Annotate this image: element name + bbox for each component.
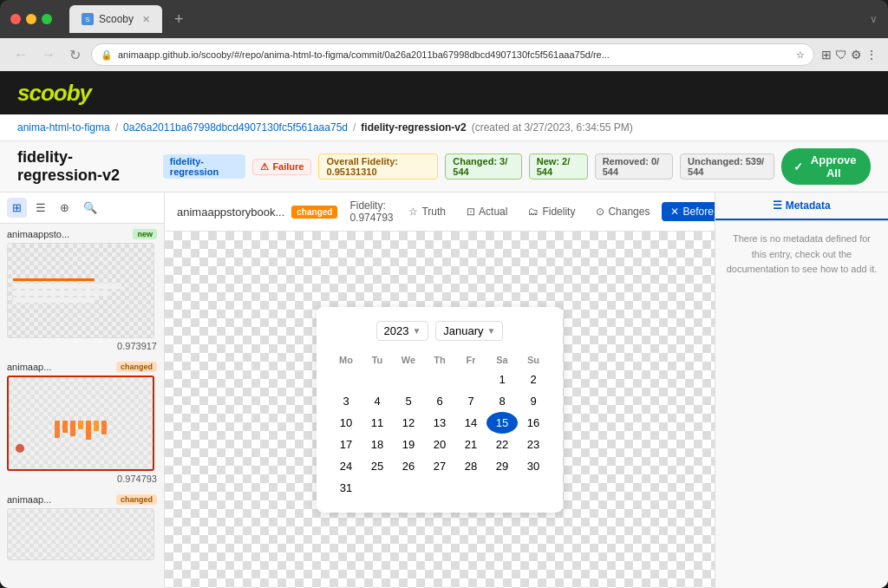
calendar-day[interactable]: 21 (455, 434, 486, 455)
calendar-empty (518, 477, 549, 499)
calendar-day[interactable]: 19 (393, 434, 424, 455)
calendar-day[interactable]: 7 (455, 390, 486, 412)
truth-label: Truth (421, 206, 446, 218)
calendar-day[interactable]: 18 (362, 434, 393, 455)
forward-button[interactable]: → (38, 45, 59, 64)
sidebar-tool-search[interactable]: 🔍 (78, 198, 102, 218)
calendar-header-row: Mo Tu We Th Fr Sa Su (330, 351, 549, 369)
year-dropdown-icon: ▼ (412, 326, 421, 336)
calendar-day[interactable]: 12 (393, 412, 424, 434)
changes-icon: ⊙ (596, 206, 604, 218)
approve-icon: ✓ (793, 160, 803, 173)
breadcrumb-sep-1: / (115, 121, 118, 134)
calendar-day[interactable]: 25 (362, 455, 393, 477)
failure-label: Failure (272, 161, 304, 172)
failure-icon: ⚠ (260, 161, 269, 173)
breadcrumb: anima-html-to-figma / 0a26a2011ba67998db… (0, 114, 888, 141)
before-icon: ✕ (670, 206, 679, 218)
calendar-day[interactable]: 1 (486, 369, 518, 390)
calendar-day[interactable]: 15 (486, 412, 518, 434)
calendar-week-row: 3456789 (330, 390, 549, 412)
calendar-day[interactable]: 10 (330, 412, 362, 434)
tab-bar: S Scooby ✕ + (69, 5, 863, 33)
unchanged-badge: Unchanged: 539/ 544 (680, 154, 774, 180)
sidebar-tool-tree[interactable]: ⊕ (55, 198, 75, 218)
list-item[interactable]: animaappsto... new (0, 224, 164, 356)
calendar-day[interactable]: 6 (424, 390, 455, 412)
actual-tab[interactable]: ⊡ Actual (458, 202, 516, 221)
fidelity-tab[interactable]: 🗂 Fidelity (519, 202, 584, 221)
changes-tab[interactable]: ⊙ Changes (587, 202, 658, 221)
refresh-button[interactable]: ↻ (66, 45, 84, 65)
breadcrumb-link-1[interactable]: anima-html-to-figma (17, 121, 110, 134)
active-tab[interactable]: S Scooby ✕ (69, 5, 162, 33)
calendar-empty (455, 477, 486, 499)
list-item[interactable]: animaap... changed (0, 356, 164, 489)
sidebar-tool-grid[interactable]: ⊞ (7, 198, 27, 218)
minimize-button[interactable] (26, 14, 36, 24)
fidelity-badge: Overall Fidelity: 0.95131310 (318, 154, 438, 180)
calendar-day[interactable]: 14 (455, 412, 486, 434)
month-select[interactable]: January ▼ (435, 321, 503, 341)
calendar-day[interactable]: 5 (393, 390, 424, 412)
fidelity-icon: 🗂 (528, 206, 539, 218)
sidebar-item-name: animaap... (7, 494, 51, 505)
browser-window: S Scooby ✕ + ∨ ← → ↻ 🔒 animaapp.github.i… (0, 0, 888, 588)
calendar-day[interactable]: 20 (424, 434, 455, 455)
extension-icon-2[interactable]: 🛡 (835, 48, 847, 62)
maximize-button[interactable] (42, 14, 52, 24)
view-tabs: ☆ Truth ⊡ Actual 🗂 Fidelity ⊙ (400, 202, 715, 221)
calendar-day[interactable]: 3 (330, 390, 362, 412)
calendar-day[interactable]: 9 (518, 390, 549, 412)
calendar-day[interactable]: 24 (330, 455, 362, 477)
extension-icon-1[interactable]: ⊞ (821, 48, 832, 62)
calendar-day[interactable]: 23 (518, 434, 549, 455)
list-item[interactable]: animaap... changed (0, 489, 164, 565)
app-header: scooby (0, 71, 888, 114)
app-logo[interactable]: scooby (17, 80, 91, 107)
calendar-week-row: 12 (330, 369, 549, 390)
calendar-header: 2023 ▼ January ▼ (330, 321, 549, 341)
calendar-day[interactable]: 22 (486, 434, 518, 455)
calendar-day[interactable]: 13 (424, 412, 455, 434)
sidebar-tool-list[interactable]: ☰ (30, 198, 51, 218)
back-button[interactable]: ← (10, 45, 31, 64)
main-toolbar: fidelity-regression-v2 fidelity-regressi… (0, 141, 888, 193)
extension-icon-3[interactable]: ⚙ (851, 48, 862, 62)
calendar-day[interactable]: 8 (486, 390, 518, 412)
year-select[interactable]: 2023 ▼ (376, 321, 429, 341)
bookmark-icon[interactable]: ☆ (796, 49, 805, 61)
url-bar[interactable]: 🔒 animaapp.github.io/scooby/#/repo/anima… (91, 43, 814, 66)
approve-all-button[interactable]: ✓ Approve All (781, 148, 871, 185)
calendar-day[interactable]: 28 (455, 455, 486, 477)
truth-tab[interactable]: ☆ Truth (400, 202, 454, 221)
new-tab-button[interactable]: + (169, 11, 189, 27)
profile-icon[interactable]: ⋮ (865, 48, 878, 62)
calendar-day[interactable]: 11 (362, 412, 393, 434)
tab-close-icon[interactable]: ✕ (142, 14, 150, 25)
traffic-lights (10, 14, 52, 24)
calendar-day[interactable]: 30 (518, 455, 549, 477)
breadcrumb-sep-2: / (353, 121, 356, 134)
calendar-day[interactable]: 29 (486, 455, 518, 477)
truth-icon: ☆ (408, 206, 418, 218)
calendar-day[interactable]: 4 (362, 390, 393, 412)
before-label: Before (682, 206, 713, 218)
month-value: January (443, 324, 483, 337)
metadata-tab[interactable]: ☰ Metadata (715, 193, 888, 220)
calendar-day[interactable]: 16 (518, 412, 549, 434)
calendar-day[interactable]: 26 (393, 455, 424, 477)
calendar-day[interactable]: 17 (330, 434, 362, 455)
failure-badge: ⚠ Failure (252, 159, 311, 175)
sidebar-thumbnail (7, 508, 154, 560)
calendar-day[interactable]: 2 (518, 369, 549, 390)
breadcrumb-link-2[interactable]: 0a26a2011ba67998dbcd4907130fc5f561aaa75d (123, 121, 348, 134)
breadcrumb-meta: (created at 3/27/2023, 6:34:55 PM) (472, 121, 633, 134)
calendar-day[interactable]: 31 (330, 477, 362, 499)
calendar-day[interactable]: 27 (424, 455, 455, 477)
breadcrumb-current: fidelity-regression-v2 (361, 121, 466, 134)
close-button[interactable] (10, 14, 21, 24)
title-bar: S Scooby ✕ + ∨ (0, 0, 888, 38)
right-panel-tabs: ☰ Metadata (715, 193, 888, 221)
before-tab[interactable]: ✕ Before (662, 202, 715, 221)
